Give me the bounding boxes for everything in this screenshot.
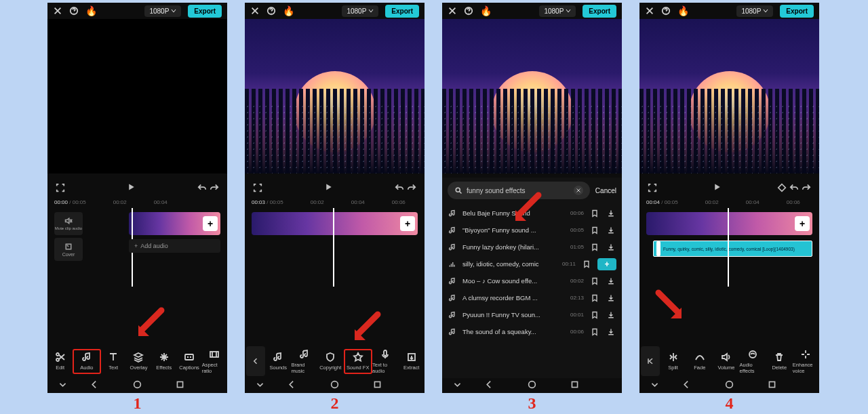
tool-captions[interactable]: Captions <box>176 349 201 374</box>
chevron-down-icon[interactable] <box>650 379 659 392</box>
playhead[interactable] <box>728 208 729 287</box>
tool-sounds[interactable]: Sounds <box>265 349 292 374</box>
tool-aspect[interactable]: Aspect ratio <box>202 349 227 374</box>
tool-extract[interactable]: Extract <box>399 349 425 374</box>
tool-copyright[interactable]: Copyright <box>317 349 344 374</box>
fullscreen-icon[interactable] <box>252 182 264 194</box>
nav-recent-icon[interactable] <box>570 379 579 392</box>
bookmark-icon[interactable] <box>581 260 592 268</box>
tool-tta[interactable]: Text to audio <box>372 349 399 374</box>
close-icon[interactable] <box>250 6 260 16</box>
tool-soundfx[interactable]: Sound FX <box>344 349 373 374</box>
tool-text[interactable]: Text <box>101 349 126 374</box>
resolution-button[interactable]: 1080P <box>736 5 773 17</box>
keyframe-icon[interactable] <box>776 182 788 194</box>
toolbar-back-button[interactable] <box>246 346 265 376</box>
redo-icon[interactable] <box>800 182 812 194</box>
flame-icon[interactable]: 🔥 <box>283 5 294 16</box>
video-clip[interactable]: + <box>646 212 812 235</box>
tool-effects[interactable]: Effects <box>151 349 176 374</box>
nav-back-icon[interactable] <box>485 379 494 392</box>
download-icon[interactable] <box>606 226 616 234</box>
add-audio-row[interactable]: + Add audio <box>129 239 220 253</box>
search-result[interactable]: A clumsy recorder BGM ...02:13 <box>448 289 616 306</box>
clip-handle-left[interactable] <box>656 241 660 256</box>
add-clip-button[interactable]: + <box>400 216 415 231</box>
flame-icon[interactable]: 🔥 <box>677 5 689 16</box>
nav-home-icon[interactable] <box>528 379 536 392</box>
help-icon[interactable] <box>661 6 671 16</box>
add-clip-button[interactable]: + <box>795 216 810 231</box>
help-icon[interactable] <box>267 6 276 16</box>
nav-recent-icon[interactable] <box>373 379 382 392</box>
toolbar-back-button[interactable] <box>641 346 660 376</box>
bookmark-icon[interactable] <box>589 311 600 319</box>
tool-enhvoice[interactable]: Enhance voice <box>793 349 819 374</box>
download-icon[interactable] <box>606 209 616 218</box>
tool-edit[interactable]: Edit <box>47 349 73 374</box>
tool-overlay[interactable]: Overlay <box>126 349 151 374</box>
tool-volume[interactable]: Volume <box>713 349 739 374</box>
nav-recent-icon[interactable] <box>176 379 184 392</box>
tool-audioeff[interactable]: Audio effects <box>740 349 766 374</box>
resolution-button[interactable]: 1080P <box>342 5 378 17</box>
chevron-down-icon[interactable] <box>58 379 67 392</box>
audio-clip[interactable]: Funny, quirky, comic, silly, idiotic, co… <box>653 241 812 257</box>
flame-icon[interactable]: 🔥 <box>85 5 97 16</box>
help-icon[interactable] <box>464 6 473 16</box>
search-result[interactable]: "Biyoyon" Funny sound ...00:05 <box>448 222 616 239</box>
clear-search-icon[interactable] <box>574 186 583 195</box>
bookmark-icon[interactable] <box>589 209 600 218</box>
video-clip[interactable]: + <box>129 212 220 235</box>
redo-icon[interactable] <box>208 182 220 194</box>
chevron-down-icon[interactable] <box>453 379 462 392</box>
video-clip[interactable]: + <box>252 212 418 235</box>
chevron-down-icon[interactable] <box>256 379 264 392</box>
add-clip-button[interactable]: + <box>203 216 218 231</box>
download-icon[interactable] <box>606 294 616 302</box>
close-icon[interactable] <box>448 6 457 16</box>
search-result[interactable]: silly, idiotic, comedy, comic00:11+ <box>448 255 616 272</box>
nav-home-icon[interactable] <box>725 379 734 392</box>
tool-brand[interactable]: Brand music <box>292 349 318 374</box>
redo-icon[interactable] <box>406 182 418 194</box>
search-result[interactable]: The sound of a squeaky...00:06 <box>448 323 616 340</box>
bookmark-icon[interactable] <box>589 294 600 302</box>
download-icon[interactable] <box>606 243 616 251</box>
cancel-search-button[interactable]: Cancel <box>595 187 616 194</box>
resolution-button[interactable]: 1080P <box>144 5 181 17</box>
bookmark-icon[interactable] <box>589 328 600 336</box>
search-result[interactable]: Belu Baje Funny Sound00:06 <box>448 205 616 222</box>
play-button[interactable] <box>325 182 333 194</box>
undo-icon[interactable] <box>393 182 406 194</box>
cover-button[interactable]: Cover <box>54 238 83 261</box>
download-icon[interactable] <box>606 277 616 285</box>
nav-back-icon[interactable] <box>682 379 691 392</box>
export-button[interactable]: Export <box>583 5 616 18</box>
nav-back-icon[interactable] <box>90 379 99 392</box>
bookmark-icon[interactable] <box>589 277 600 285</box>
search-result[interactable]: Pyuuun !! Funny TV soun...00:01 <box>448 306 616 323</box>
nav-home-icon[interactable] <box>330 379 339 392</box>
search-result[interactable]: Funny lazy donkey (hilari...01:05 <box>448 239 616 255</box>
download-icon[interactable] <box>606 311 616 319</box>
search-result[interactable]: Moo – ♪ Cow sound effe...00:02 <box>448 272 616 289</box>
nav-back-icon[interactable] <box>288 379 296 392</box>
resolution-button[interactable]: 1080P <box>539 5 576 17</box>
nav-home-icon[interactable] <box>133 379 142 392</box>
add-sound-button[interactable]: + <box>597 258 616 270</box>
close-icon[interactable] <box>645 6 654 16</box>
play-button[interactable] <box>713 182 722 194</box>
nav-recent-icon[interactable] <box>768 379 776 392</box>
bookmark-icon[interactable] <box>589 243 600 251</box>
export-button[interactable]: Export <box>780 5 814 18</box>
tool-split[interactable]: Split <box>660 349 686 374</box>
play-button[interactable] <box>127 182 136 194</box>
close-icon[interactable] <box>53 6 62 16</box>
undo-icon[interactable] <box>196 182 208 194</box>
playhead[interactable] <box>333 208 334 287</box>
export-button[interactable]: Export <box>385 5 419 18</box>
export-button[interactable]: Export <box>188 5 222 18</box>
help-icon[interactable] <box>69 6 79 16</box>
undo-icon[interactable] <box>788 182 800 194</box>
